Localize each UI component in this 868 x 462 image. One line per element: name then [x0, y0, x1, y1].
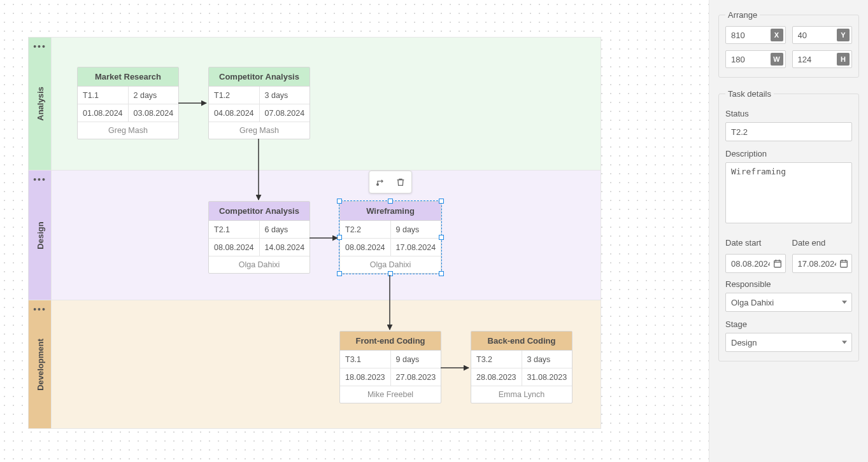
- task-start: 08.08.2024: [209, 239, 259, 256]
- task-title: Market Research: [78, 67, 178, 87]
- resize-handle-nw[interactable]: [337, 199, 342, 204]
- calendar-icon[interactable]: [772, 258, 783, 269]
- task-t11[interactable]: Market Research T1.1 2 days 01.08.2024 0…: [77, 67, 179, 139]
- task-duration: 3 days: [259, 87, 310, 104]
- more-icon[interactable]: •••: [33, 174, 46, 185]
- status-input[interactable]: [725, 122, 852, 141]
- w-badge: W: [771, 53, 783, 66]
- lane-development: ••• Development Front-end Coding T3.1 9 …: [28, 300, 601, 429]
- chevron-down-icon: [842, 341, 847, 344]
- task-end: 03.08.2024: [128, 104, 179, 122]
- more-icon[interactable]: •••: [33, 304, 46, 314]
- task-title: Wireframing: [340, 202, 441, 221]
- swimlanes: ••• Analysis Market Research T1.1 2 days…: [28, 37, 601, 429]
- y-badge: Y: [837, 29, 850, 41]
- task-start: 08.08.2024: [340, 239, 390, 256]
- lane-design-header[interactable]: ••• Design: [29, 171, 52, 300]
- task-end: 31.08.2023: [522, 368, 573, 386]
- date-end-label: Date end: [792, 238, 853, 248]
- resize-handle-s[interactable]: [388, 271, 393, 276]
- task-duration: 3 days: [522, 351, 573, 368]
- task-details-legend: Task details: [725, 89, 774, 99]
- task-title: Back-end Coding: [471, 332, 572, 351]
- status-label: Status: [725, 109, 852, 118]
- stage-label: Stage: [725, 319, 852, 329]
- task-title: Competitor Analysis: [209, 67, 309, 87]
- selection-toolbar: [369, 171, 412, 193]
- task-title: Competitor Analysis: [209, 202, 309, 221]
- task-end: 27.08.2023: [390, 368, 441, 386]
- stage-select[interactable]: [725, 333, 852, 352]
- chevron-down-icon: [842, 301, 847, 304]
- task-owner: Olga Dahixi: [209, 256, 309, 273]
- responsible-label: Responsible: [725, 279, 852, 289]
- connect-button[interactable]: [372, 174, 388, 190]
- task-owner: Greg Mash: [209, 122, 309, 139]
- task-owner: Mike Freebel: [340, 386, 441, 403]
- task-code: T2.1: [209, 221, 259, 239]
- task-t21[interactable]: Competitor Analysis T2.1 6 days 08.08.20…: [208, 201, 310, 274]
- lane-analysis-label: Analysis: [35, 87, 45, 120]
- calendar-icon[interactable]: [839, 258, 849, 269]
- task-details-group: Task details Status Description Date sta…: [718, 89, 859, 361]
- x-badge: X: [771, 29, 783, 41]
- task-start: 04.08.2024: [209, 104, 259, 122]
- resize-handle-se[interactable]: [439, 271, 444, 276]
- h-badge: H: [837, 53, 850, 66]
- task-duration: 9 days: [390, 221, 441, 239]
- arrange-group: Arrange X Y W H: [718, 10, 859, 78]
- task-code: T3.1: [340, 351, 390, 368]
- resize-handle-sw[interactable]: [337, 271, 342, 276]
- task-code: T2.2: [340, 221, 390, 239]
- resize-handle-n[interactable]: [388, 199, 393, 204]
- task-code: T3.2: [471, 351, 522, 368]
- responsible-value[interactable]: [725, 293, 852, 312]
- resize-handle-e[interactable]: [439, 235, 444, 240]
- task-start: 18.08.2023: [340, 368, 390, 386]
- svg-rect-6: [774, 260, 781, 267]
- task-owner: Greg Mash: [78, 122, 178, 139]
- task-code: T1.1: [78, 87, 128, 104]
- responsible-select[interactable]: [725, 293, 852, 312]
- task-t22[interactable]: Wireframing T2.2 9 days 08.08.2024 17.08…: [339, 201, 441, 274]
- task-duration: 2 days: [128, 87, 179, 104]
- lane-development-header[interactable]: ••• Development: [29, 300, 52, 428]
- lane-analysis: ••• Analysis Market Research T1.1 2 days…: [28, 37, 601, 171]
- arrange-legend: Arrange: [725, 10, 760, 20]
- lane-design-label: Design: [35, 221, 45, 249]
- date-start-label: Date start: [725, 238, 786, 248]
- task-end: 07.08.2024: [259, 104, 310, 122]
- task-title: Front-end Coding: [340, 332, 441, 351]
- description-input[interactable]: [725, 162, 852, 223]
- task-start: 01.08.2024: [78, 104, 128, 122]
- lane-analysis-header[interactable]: ••• Analysis: [29, 38, 52, 170]
- task-owner: Emma Lynch: [471, 386, 572, 403]
- more-icon[interactable]: •••: [33, 41, 46, 52]
- lane-development-label: Development: [35, 339, 45, 391]
- task-duration: 9 days: [390, 351, 441, 368]
- inspector-panel: Arrange X Y W H: [709, 0, 868, 462]
- task-start: 28.08.2023: [471, 368, 522, 386]
- delete-button[interactable]: [392, 174, 409, 190]
- svg-rect-7: [841, 260, 848, 267]
- trash-icon: [395, 177, 406, 187]
- task-code: T1.2: [209, 87, 259, 104]
- description-label: Description: [725, 149, 852, 158]
- task-end: 17.08.2024: [390, 239, 441, 256]
- task-t31[interactable]: Front-end Coding T3.1 9 days 18.08.2023 …: [339, 331, 441, 403]
- connect-icon: [375, 177, 385, 187]
- task-t32[interactable]: Back-end Coding T3.2 3 days 28.08.2023 3…: [471, 331, 573, 403]
- resize-handle-ne[interactable]: [439, 199, 444, 204]
- task-t12[interactable]: Competitor Analysis T1.2 3 days 04.08.20…: [208, 67, 310, 139]
- stage-value[interactable]: [725, 333, 852, 352]
- diagram-canvas[interactable]: ••• Analysis Market Research T1.1 2 days…: [0, 0, 709, 462]
- lane-design: ••• Design Competitor Analysis T2.1 6 da…: [28, 171, 601, 300]
- task-end: 14.08.2024: [259, 239, 310, 256]
- task-duration: 6 days: [259, 221, 310, 239]
- resize-handle-w[interactable]: [337, 235, 342, 240]
